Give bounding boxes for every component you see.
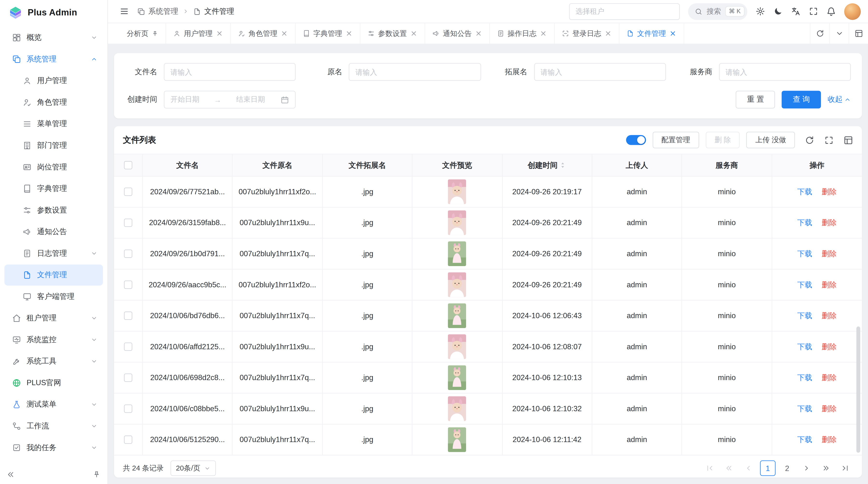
sidebar-item-log[interactable]: 日志管理 xyxy=(4,243,103,264)
vendor-input[interactable] xyxy=(719,63,851,81)
column-settings-icon[interactable] xyxy=(844,135,853,144)
file-preview-image[interactable] xyxy=(448,241,466,266)
download-link[interactable]: 下载 xyxy=(797,218,812,228)
collapse-sidebar-icon[interactable] xyxy=(7,470,15,478)
row-checkbox[interactable] xyxy=(124,405,132,413)
column-header-0[interactable]: 文件名 xyxy=(143,155,233,176)
tab-notice[interactable]: 通知公告 xyxy=(425,23,490,44)
sidebar-item-dict[interactable]: 字典管理 xyxy=(4,178,103,199)
column-header-1[interactable]: 文件原名 xyxy=(233,155,322,176)
tab-file[interactable]: 文件管理 xyxy=(619,23,684,44)
sidebar-item-menu[interactable]: 菜单管理 xyxy=(4,114,103,134)
table-scrollbar[interactable] xyxy=(857,327,860,453)
download-link[interactable]: 下载 xyxy=(797,342,812,352)
sidebar-item-monitor[interactable]: 系统监控 xyxy=(4,329,103,350)
download-link[interactable]: 下载 xyxy=(797,404,812,414)
delete-link[interactable]: 删除 xyxy=(822,249,837,259)
delete-link[interactable]: 删除 xyxy=(822,342,837,352)
refresh-page-button[interactable] xyxy=(810,23,829,44)
column-header-4[interactable]: 创建时间 xyxy=(502,155,592,176)
date-range-input[interactable]: 开始日期 → 结束日期 xyxy=(164,91,296,108)
app-logo-row[interactable]: Plus Admin xyxy=(0,0,107,26)
sidebar-item-client[interactable]: 客户端管理 xyxy=(4,286,103,307)
jump-back-button[interactable] xyxy=(721,460,737,476)
tab-close-icon[interactable] xyxy=(540,30,547,37)
row-checkbox[interactable] xyxy=(124,374,132,382)
sidebar-item-plus-site[interactable]: PLUS官网 xyxy=(4,373,103,393)
delete-link[interactable]: 删除 xyxy=(822,280,837,290)
tab-param[interactable]: 参数设置 xyxy=(361,23,425,44)
file-preview-image[interactable] xyxy=(448,396,466,421)
extension-input[interactable] xyxy=(534,63,666,81)
column-header-5[interactable]: 上传人 xyxy=(592,155,682,176)
row-checkbox[interactable] xyxy=(124,219,132,227)
row-checkbox[interactable] xyxy=(124,343,132,351)
sidebar-item-mytasks[interactable]: 我的任务 xyxy=(4,437,103,458)
file-preview-image[interactable] xyxy=(448,427,466,452)
prev-page-button[interactable] xyxy=(741,460,756,476)
avatar[interactable] xyxy=(844,3,861,20)
sidebar-item-dept[interactable]: 部门管理 xyxy=(4,135,103,156)
search-button[interactable]: 查 询 xyxy=(782,91,821,108)
fullscreen-table-icon[interactable] xyxy=(824,135,834,144)
delete-link[interactable]: 删除 xyxy=(822,434,837,445)
tab-role[interactable]: 角色管理 xyxy=(231,23,296,44)
fullscreen-icon[interactable] xyxy=(809,7,818,16)
sidebar-item-post[interactable]: 岗位管理 xyxy=(4,157,103,178)
first-page-button[interactable] xyxy=(702,460,717,476)
pin-icon[interactable] xyxy=(152,30,158,37)
reset-button[interactable]: 重 置 xyxy=(736,91,775,108)
tab-close-icon[interactable] xyxy=(216,30,223,37)
sidebar-item-file[interactable]: 文件管理 xyxy=(4,264,103,285)
column-header-7[interactable]: 操作 xyxy=(772,155,862,176)
global-search-button[interactable]: 搜索 ⌘ K xyxy=(688,3,747,20)
sidebar-item-tenant[interactable]: 租户管理 xyxy=(4,308,103,329)
delete-link[interactable]: 删除 xyxy=(822,187,837,197)
layout-settings-button[interactable] xyxy=(849,23,868,44)
row-checkbox[interactable] xyxy=(124,250,132,258)
tab-close-icon[interactable] xyxy=(669,30,677,37)
refresh-table-icon[interactable] xyxy=(805,135,814,144)
origin-name-input[interactable] xyxy=(349,63,481,81)
file-preview-image[interactable] xyxy=(448,334,466,359)
tab-loginlog[interactable]: 登录日志 xyxy=(555,23,619,44)
tab-oplog[interactable]: 操作日志 xyxy=(490,23,555,44)
sidebar-item-param[interactable]: 参数设置 xyxy=(4,200,103,221)
tenant-select[interactable] xyxy=(569,3,679,20)
pin-sidebar-icon[interactable] xyxy=(92,470,100,478)
file-preview-image[interactable] xyxy=(448,272,466,297)
download-link[interactable]: 下载 xyxy=(797,280,812,290)
tab-close-icon[interactable] xyxy=(604,30,612,37)
delete-link[interactable]: 删除 xyxy=(822,404,837,414)
sidebar-item-gitee[interactable]: Ggitee记录 xyxy=(4,459,103,464)
page-button-2[interactable]: 2 xyxy=(779,460,795,476)
file-preview-image[interactable] xyxy=(448,179,466,204)
column-header-2[interactable]: 文件拓展名 xyxy=(322,155,412,176)
page-button-1[interactable]: 1 xyxy=(760,460,775,476)
sidebar-item-overview[interactable]: 概览 xyxy=(4,27,103,48)
last-page-button[interactable] xyxy=(838,460,853,476)
tab-close-icon[interactable] xyxy=(475,30,482,37)
row-checkbox[interactable] xyxy=(124,188,132,196)
bulk-delete-button[interactable]: 删 除 xyxy=(706,132,740,148)
sidebar-item-system[interactable]: 系统管理 xyxy=(4,49,103,70)
row-checkbox[interactable] xyxy=(124,435,132,444)
row-checkbox[interactable] xyxy=(124,281,132,289)
sidebar-item-workflow[interactable]: 工作流 xyxy=(4,416,103,437)
collapse-filters-link[interactable]: 收起 xyxy=(828,95,850,105)
tab-dict[interactable]: 字典管理 xyxy=(296,23,361,44)
download-link[interactable]: 下载 xyxy=(797,249,812,259)
sidebar-item-tools[interactable]: 系统工具 xyxy=(4,351,103,372)
download-link[interactable]: 下载 xyxy=(797,373,812,383)
table-toggle-switch[interactable] xyxy=(626,135,646,145)
file-preview-image[interactable] xyxy=(448,303,466,328)
file-name-input[interactable] xyxy=(164,63,296,81)
breadcrumb-system[interactable]: 系统管理 xyxy=(137,6,178,16)
delete-link[interactable]: 删除 xyxy=(822,373,837,383)
download-link[interactable]: 下载 xyxy=(797,434,812,445)
tab-close-icon[interactable] xyxy=(410,30,417,37)
delete-link[interactable]: 删除 xyxy=(822,218,837,228)
tabs-menu-button[interactable] xyxy=(829,23,848,44)
download-link[interactable]: 下载 xyxy=(797,187,812,197)
breadcrumb-file[interactable]: 文件管理 xyxy=(193,6,234,16)
